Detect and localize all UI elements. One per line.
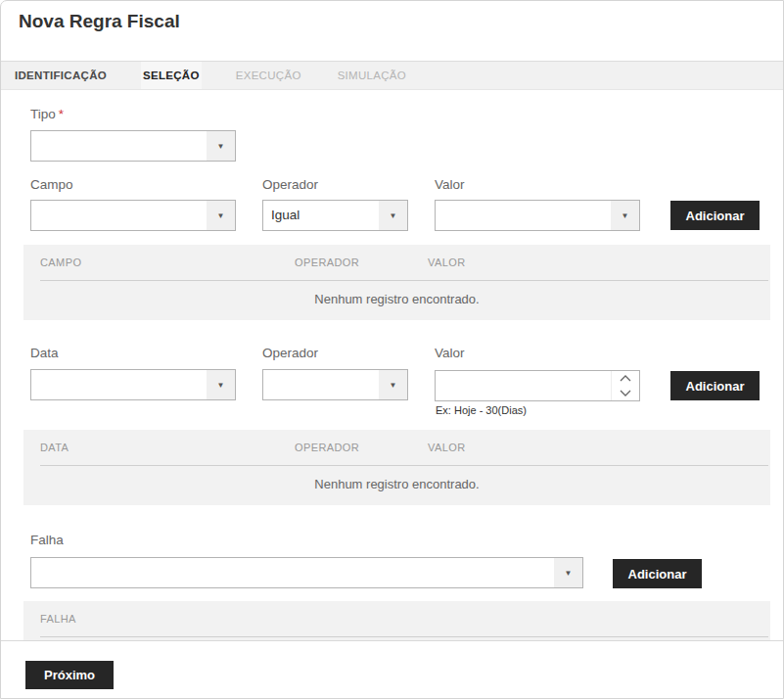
column-header-falha: FALHA (40, 613, 76, 626)
campo-operador-select[interactable]: Igual ▼ (262, 200, 408, 231)
table-header-divider (40, 465, 768, 466)
falha-select-value (31, 558, 554, 587)
campo-operador-select-value: Igual (263, 201, 379, 230)
chevron-down-icon[interactable]: ▼ (379, 201, 407, 230)
column-header-valor: VALOR (428, 256, 465, 269)
table-header-divider (40, 280, 768, 281)
column-header-operador: OPERADOR (295, 442, 359, 454)
campo-valor-label: Valor (435, 177, 465, 193)
table-header-divider (40, 636, 768, 637)
data-valor-label: Valor (435, 346, 465, 361)
falha-label: Falha (30, 533, 64, 548)
data-operador-label: Operador (262, 346, 318, 361)
tab-selecao[interactable]: SELEÇÃO (141, 62, 202, 89)
spinner-up-icon[interactable] (612, 371, 639, 386)
data-label: Data (30, 346, 59, 361)
campo-table: CAMPO OPERADOR VALOR Nenhum registro enc… (23, 245, 770, 320)
chevron-down-icon[interactable]: ▼ (379, 370, 407, 399)
tipo-select[interactable]: ▼ (30, 130, 236, 162)
proximo-button[interactable]: Próximo (25, 661, 114, 689)
spinner-down-icon[interactable] (612, 386, 639, 400)
campo-valor-select-value (436, 201, 611, 230)
chevron-down-icon[interactable]: ▼ (554, 558, 582, 587)
data-select[interactable]: ▼ (30, 369, 236, 400)
tab-identificacao[interactable]: IDENTIFICAÇÃO (13, 62, 109, 89)
tipo-label: Tipo* (30, 107, 64, 122)
column-header-campo: CAMPO (40, 256, 81, 269)
page-title: Nova Regra Fiscal (19, 11, 180, 32)
data-operador-select-value (263, 370, 379, 399)
falha-adicionar-button[interactable]: Adicionar (613, 559, 702, 588)
column-header-valor: VALOR (428, 442, 465, 454)
chevron-down-icon[interactable]: ▼ (611, 201, 639, 230)
chevron-down-icon[interactable]: ▼ (207, 131, 235, 161)
content-bottom-divider (1, 640, 783, 641)
campo-valor-select[interactable]: ▼ (435, 200, 640, 231)
campo-select-value (31, 201, 207, 230)
column-header-operador: OPERADOR (295, 256, 359, 269)
tab-simulacao[interactable]: SIMULAÇÃO (336, 62, 408, 89)
numeric-spinner (611, 371, 639, 400)
chevron-down-icon[interactable]: ▼ (207, 370, 235, 399)
falha-select[interactable]: ▼ (30, 557, 583, 588)
empty-state-message: Nenhum registro encontrado. (23, 477, 770, 491)
tipo-label-text: Tipo (30, 107, 56, 121)
required-asterisk: * (59, 107, 64, 121)
data-valor-input[interactable] (436, 371, 611, 400)
tab-bar: IDENTIFICAÇÃO SELEÇÃO EXECUÇÃO SIMULAÇÃO (1, 61, 783, 90)
campo-label: Campo (30, 177, 73, 193)
column-header-data: DATA (40, 442, 69, 454)
empty-state-message: Nenhum registro encontrado. (23, 292, 770, 306)
tipo-select-value (31, 131, 207, 161)
chevron-down-icon[interactable]: ▼ (207, 201, 235, 230)
data-operador-select[interactable]: ▼ (262, 369, 408, 400)
tab-execucao[interactable]: EXECUÇÃO (234, 62, 303, 89)
campo-operador-label: Operador (262, 177, 318, 193)
falha-table: FALHA (23, 601, 770, 640)
data-select-value (31, 370, 207, 399)
data-valor-numeric (435, 370, 640, 401)
campo-select[interactable]: ▼ (30, 200, 236, 231)
data-table: DATA OPERADOR VALOR Nenhum registro enco… (23, 430, 770, 505)
data-adicionar-button[interactable]: Adicionar (670, 371, 760, 400)
campo-adicionar-button[interactable]: Adicionar (670, 201, 760, 230)
nova-regra-fiscal-dialog: Nova Regra Fiscal IDENTIFICAÇÃO SELEÇÃO … (0, 0, 784, 699)
valor-hint: Ex: Hoje - 30(Dias) (436, 404, 527, 417)
